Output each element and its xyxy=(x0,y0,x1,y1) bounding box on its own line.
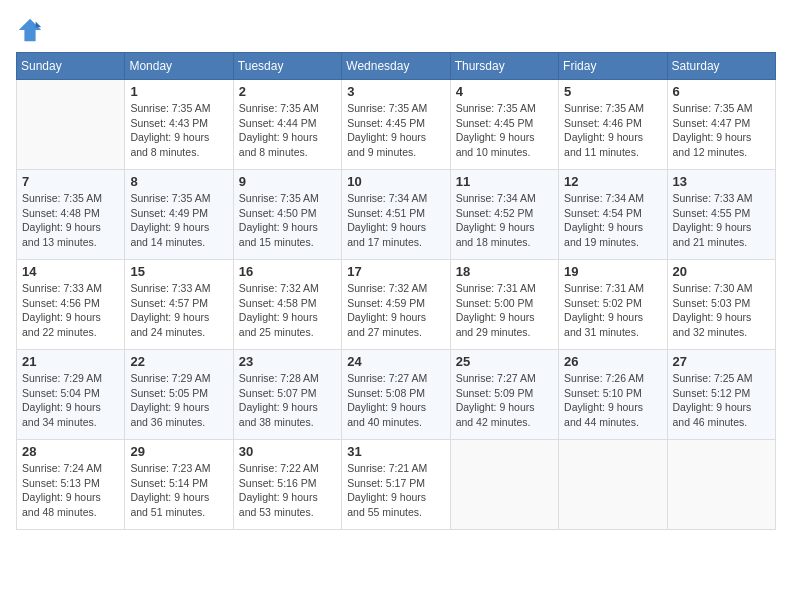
day-info: Sunrise: 7:28 AMSunset: 5:07 PMDaylight:… xyxy=(239,371,336,430)
calendar-cell xyxy=(17,80,125,170)
day-number: 29 xyxy=(130,444,227,459)
calendar-cell: 7 Sunrise: 7:35 AMSunset: 4:48 PMDayligh… xyxy=(17,170,125,260)
day-info: Sunrise: 7:35 AMSunset: 4:50 PMDaylight:… xyxy=(239,191,336,250)
day-number: 19 xyxy=(564,264,661,279)
day-number: 14 xyxy=(22,264,119,279)
calendar-cell: 14 Sunrise: 7:33 AMSunset: 4:56 PMDaylig… xyxy=(17,260,125,350)
calendar-cell: 28 Sunrise: 7:24 AMSunset: 5:13 PMDaylig… xyxy=(17,440,125,530)
calendar-cell: 2 Sunrise: 7:35 AMSunset: 4:44 PMDayligh… xyxy=(233,80,341,170)
week-row: 1 Sunrise: 7:35 AMSunset: 4:43 PMDayligh… xyxy=(17,80,776,170)
day-info: Sunrise: 7:32 AMSunset: 4:58 PMDaylight:… xyxy=(239,281,336,340)
day-number: 17 xyxy=(347,264,444,279)
day-info: Sunrise: 7:32 AMSunset: 4:59 PMDaylight:… xyxy=(347,281,444,340)
day-number: 12 xyxy=(564,174,661,189)
day-number: 13 xyxy=(673,174,770,189)
svg-marker-0 xyxy=(19,19,41,41)
day-info: Sunrise: 7:24 AMSunset: 5:13 PMDaylight:… xyxy=(22,461,119,520)
col-header-saturday: Saturday xyxy=(667,53,775,80)
day-info: Sunrise: 7:35 AMSunset: 4:44 PMDaylight:… xyxy=(239,101,336,160)
day-number: 31 xyxy=(347,444,444,459)
calendar-cell: 1 Sunrise: 7:35 AMSunset: 4:43 PMDayligh… xyxy=(125,80,233,170)
calendar-cell: 30 Sunrise: 7:22 AMSunset: 5:16 PMDaylig… xyxy=(233,440,341,530)
calendar-cell: 5 Sunrise: 7:35 AMSunset: 4:46 PMDayligh… xyxy=(559,80,667,170)
calendar-cell: 16 Sunrise: 7:32 AMSunset: 4:58 PMDaylig… xyxy=(233,260,341,350)
day-number: 22 xyxy=(130,354,227,369)
col-header-tuesday: Tuesday xyxy=(233,53,341,80)
calendar-cell: 18 Sunrise: 7:31 AMSunset: 5:00 PMDaylig… xyxy=(450,260,558,350)
col-header-sunday: Sunday xyxy=(17,53,125,80)
day-number: 11 xyxy=(456,174,553,189)
day-number: 16 xyxy=(239,264,336,279)
day-info: Sunrise: 7:35 AMSunset: 4:49 PMDaylight:… xyxy=(130,191,227,250)
calendar-cell: 29 Sunrise: 7:23 AMSunset: 5:14 PMDaylig… xyxy=(125,440,233,530)
calendar-cell: 25 Sunrise: 7:27 AMSunset: 5:09 PMDaylig… xyxy=(450,350,558,440)
col-header-friday: Friday xyxy=(559,53,667,80)
calendar-cell: 13 Sunrise: 7:33 AMSunset: 4:55 PMDaylig… xyxy=(667,170,775,260)
calendar-cell: 26 Sunrise: 7:26 AMSunset: 5:10 PMDaylig… xyxy=(559,350,667,440)
calendar-cell: 3 Sunrise: 7:35 AMSunset: 4:45 PMDayligh… xyxy=(342,80,450,170)
calendar-cell: 11 Sunrise: 7:34 AMSunset: 4:52 PMDaylig… xyxy=(450,170,558,260)
day-number: 20 xyxy=(673,264,770,279)
week-row: 14 Sunrise: 7:33 AMSunset: 4:56 PMDaylig… xyxy=(17,260,776,350)
calendar-cell xyxy=(450,440,558,530)
calendar-cell: 15 Sunrise: 7:33 AMSunset: 4:57 PMDaylig… xyxy=(125,260,233,350)
day-info: Sunrise: 7:35 AMSunset: 4:43 PMDaylight:… xyxy=(130,101,227,160)
day-number: 3 xyxy=(347,84,444,99)
day-number: 21 xyxy=(22,354,119,369)
day-number: 1 xyxy=(130,84,227,99)
day-number: 9 xyxy=(239,174,336,189)
day-number: 6 xyxy=(673,84,770,99)
day-number: 2 xyxy=(239,84,336,99)
col-header-wednesday: Wednesday xyxy=(342,53,450,80)
logo xyxy=(16,16,48,44)
day-info: Sunrise: 7:34 AMSunset: 4:54 PMDaylight:… xyxy=(564,191,661,250)
day-info: Sunrise: 7:30 AMSunset: 5:03 PMDaylight:… xyxy=(673,281,770,340)
day-info: Sunrise: 7:33 AMSunset: 4:57 PMDaylight:… xyxy=(130,281,227,340)
day-number: 26 xyxy=(564,354,661,369)
day-info: Sunrise: 7:25 AMSunset: 5:12 PMDaylight:… xyxy=(673,371,770,430)
day-number: 8 xyxy=(130,174,227,189)
day-info: Sunrise: 7:35 AMSunset: 4:45 PMDaylight:… xyxy=(347,101,444,160)
day-number: 4 xyxy=(456,84,553,99)
day-info: Sunrise: 7:33 AMSunset: 4:56 PMDaylight:… xyxy=(22,281,119,340)
day-info: Sunrise: 7:35 AMSunset: 4:47 PMDaylight:… xyxy=(673,101,770,160)
day-number: 23 xyxy=(239,354,336,369)
calendar-cell: 17 Sunrise: 7:32 AMSunset: 4:59 PMDaylig… xyxy=(342,260,450,350)
calendar-cell: 24 Sunrise: 7:27 AMSunset: 5:08 PMDaylig… xyxy=(342,350,450,440)
day-info: Sunrise: 7:33 AMSunset: 4:55 PMDaylight:… xyxy=(673,191,770,250)
week-row: 28 Sunrise: 7:24 AMSunset: 5:13 PMDaylig… xyxy=(17,440,776,530)
calendar-cell: 27 Sunrise: 7:25 AMSunset: 5:12 PMDaylig… xyxy=(667,350,775,440)
day-number: 18 xyxy=(456,264,553,279)
day-info: Sunrise: 7:34 AMSunset: 4:52 PMDaylight:… xyxy=(456,191,553,250)
calendar-cell: 6 Sunrise: 7:35 AMSunset: 4:47 PMDayligh… xyxy=(667,80,775,170)
calendar-cell xyxy=(559,440,667,530)
calendar-cell: 8 Sunrise: 7:35 AMSunset: 4:49 PMDayligh… xyxy=(125,170,233,260)
calendar-cell: 22 Sunrise: 7:29 AMSunset: 5:05 PMDaylig… xyxy=(125,350,233,440)
day-number: 25 xyxy=(456,354,553,369)
calendar-cell xyxy=(667,440,775,530)
day-info: Sunrise: 7:31 AMSunset: 5:02 PMDaylight:… xyxy=(564,281,661,340)
day-info: Sunrise: 7:27 AMSunset: 5:08 PMDaylight:… xyxy=(347,371,444,430)
svg-marker-1 xyxy=(36,22,42,28)
logo-icon xyxy=(16,16,44,44)
day-info: Sunrise: 7:22 AMSunset: 5:16 PMDaylight:… xyxy=(239,461,336,520)
day-info: Sunrise: 7:27 AMSunset: 5:09 PMDaylight:… xyxy=(456,371,553,430)
day-info: Sunrise: 7:23 AMSunset: 5:14 PMDaylight:… xyxy=(130,461,227,520)
calendar-cell: 10 Sunrise: 7:34 AMSunset: 4:51 PMDaylig… xyxy=(342,170,450,260)
day-info: Sunrise: 7:35 AMSunset: 4:45 PMDaylight:… xyxy=(456,101,553,160)
day-number: 24 xyxy=(347,354,444,369)
day-info: Sunrise: 7:26 AMSunset: 5:10 PMDaylight:… xyxy=(564,371,661,430)
week-row: 21 Sunrise: 7:29 AMSunset: 5:04 PMDaylig… xyxy=(17,350,776,440)
calendar-cell: 9 Sunrise: 7:35 AMSunset: 4:50 PMDayligh… xyxy=(233,170,341,260)
day-number: 28 xyxy=(22,444,119,459)
col-header-thursday: Thursday xyxy=(450,53,558,80)
day-number: 7 xyxy=(22,174,119,189)
day-info: Sunrise: 7:29 AMSunset: 5:05 PMDaylight:… xyxy=(130,371,227,430)
header-row: SundayMondayTuesdayWednesdayThursdayFrid… xyxy=(17,53,776,80)
day-number: 15 xyxy=(130,264,227,279)
day-info: Sunrise: 7:35 AMSunset: 4:48 PMDaylight:… xyxy=(22,191,119,250)
calendar-cell: 19 Sunrise: 7:31 AMSunset: 5:02 PMDaylig… xyxy=(559,260,667,350)
calendar: SundayMondayTuesdayWednesdayThursdayFrid… xyxy=(16,52,776,530)
day-number: 10 xyxy=(347,174,444,189)
day-info: Sunrise: 7:29 AMSunset: 5:04 PMDaylight:… xyxy=(22,371,119,430)
